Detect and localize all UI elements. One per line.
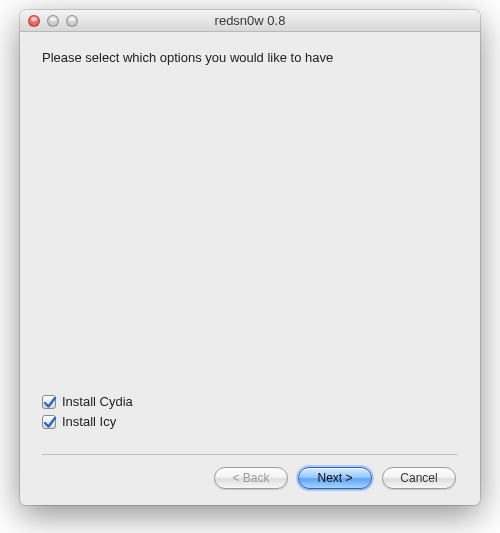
option-install-cydia[interactable]: Install Cydia <box>42 394 458 409</box>
divider <box>42 454 458 455</box>
option-label: Install Icy <box>62 414 116 429</box>
traffic-lights <box>20 15 78 27</box>
option-label: Install Cydia <box>62 394 133 409</box>
window: redsn0w 0.8 Please select which options … <box>20 10 480 505</box>
prompt-text: Please select which options you would li… <box>42 50 458 65</box>
back-button[interactable]: < Back <box>214 467 288 489</box>
spacer <box>42 75 458 389</box>
cancel-button[interactable]: Cancel <box>382 467 456 489</box>
window-title: redsn0w 0.8 <box>20 10 480 32</box>
button-row: < Back Next > Cancel <box>42 467 458 491</box>
options-group: Install Cydia Install Icy <box>42 389 458 434</box>
minimize-icon[interactable] <box>47 15 59 27</box>
close-icon[interactable] <box>28 15 40 27</box>
titlebar[interactable]: redsn0w 0.8 <box>20 10 480 32</box>
next-button[interactable]: Next > <box>298 467 372 489</box>
content-area: Please select which options you would li… <box>20 32 480 505</box>
option-install-icy[interactable]: Install Icy <box>42 414 458 429</box>
zoom-icon[interactable] <box>66 15 78 27</box>
checkbox-icon[interactable] <box>42 395 56 409</box>
checkbox-icon[interactable] <box>42 415 56 429</box>
